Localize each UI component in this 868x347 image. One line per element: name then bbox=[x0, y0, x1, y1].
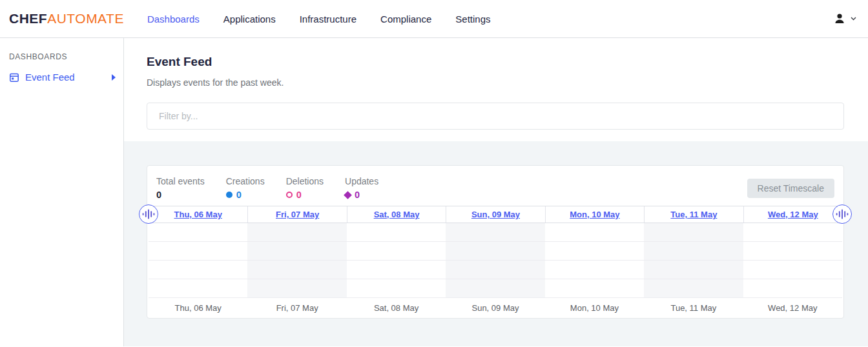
stat-marker-icon bbox=[226, 192, 232, 198]
stat: Deletions 0 bbox=[286, 176, 324, 200]
timeline-footer-label: Tue, 11 May bbox=[644, 298, 743, 317]
date-link[interactable]: Sat, 08 May bbox=[374, 210, 420, 219]
timeline-cell bbox=[644, 242, 743, 261]
stat-label: Deletions bbox=[286, 176, 324, 186]
timeline-header-cell: Mon, 10 May bbox=[545, 206, 644, 223]
chevron-down-icon bbox=[851, 17, 856, 21]
stat-count: 0 bbox=[296, 190, 302, 200]
timeline-cell bbox=[446, 242, 544, 261]
stat-label: Updates bbox=[345, 176, 378, 186]
timeline-cell bbox=[545, 279, 644, 298]
slider-grip-icon bbox=[140, 204, 158, 224]
stat: Total events 0 bbox=[156, 176, 205, 200]
page-header: Event Feed Displays events for the past … bbox=[124, 38, 868, 141]
stat: Updates 0 bbox=[345, 176, 378, 200]
stat-count: 0 bbox=[156, 190, 161, 200]
timeline-cell bbox=[743, 223, 842, 242]
timeline-header-cell: Sun, 09 May bbox=[446, 206, 544, 223]
date-link[interactable]: Fri, 07 May bbox=[276, 210, 319, 219]
reset-timescale-button[interactable]: Reset Timescale bbox=[747, 179, 834, 198]
stat-value: 0 bbox=[156, 190, 205, 200]
nav-item[interactable]: Settings bbox=[455, 14, 490, 25]
timeline-header-cell: Wed, 12 May bbox=[743, 206, 842, 223]
timeline-header-cell: Fri, 07 May bbox=[247, 206, 346, 223]
date-link[interactable]: Wed, 12 May bbox=[768, 210, 818, 219]
date-link[interactable]: Sun, 09 May bbox=[471, 210, 520, 219]
timeline-footer: Thu, 06 May Fri, 07 May Sat, 08 May Sun,… bbox=[149, 298, 842, 317]
timeline-cell bbox=[149, 223, 247, 242]
timeline-header-cell: Tue, 11 May bbox=[644, 206, 743, 223]
stats-group: Total events 0 Creations bbox=[156, 176, 400, 200]
chef-automate-logo[interactable]: CHEF AUTOMATE bbox=[9, 11, 124, 26]
timeline-cell bbox=[347, 261, 446, 279]
timeline-footer-label: Sun, 09 May bbox=[446, 298, 544, 317]
nav-item[interactable]: Applications bbox=[223, 14, 276, 25]
timeline-footer-label: Sat, 08 May bbox=[347, 298, 446, 317]
stat-label: Creations bbox=[226, 176, 265, 186]
timeline-cell bbox=[743, 279, 842, 298]
main-content: Event Feed Displays events for the past … bbox=[124, 38, 868, 346]
user-menu-button[interactable] bbox=[833, 12, 856, 25]
timeline-cell bbox=[247, 261, 346, 279]
main-nav: Dashboards Applications Infrastructure C… bbox=[147, 14, 491, 25]
nav-item[interactable]: Dashboards bbox=[147, 14, 200, 25]
logo-chef: CHEF bbox=[9, 11, 47, 26]
stat-value: 0 bbox=[286, 190, 324, 200]
timeline-day-column bbox=[545, 223, 644, 298]
timeline-footer-label: Mon, 10 May bbox=[545, 298, 644, 317]
timeline-cell bbox=[545, 261, 644, 279]
nav-item[interactable]: Infrastructure bbox=[300, 14, 356, 25]
sidebar: DASHBOARDS Event Feed bbox=[0, 38, 124, 346]
logo-automate: AUTOMATE bbox=[47, 11, 124, 26]
filter-input[interactable] bbox=[147, 103, 844, 130]
sidebar-item-event-feed[interactable]: Event Feed bbox=[9, 72, 116, 83]
chevron-right-icon bbox=[112, 74, 116, 81]
timeline-cell bbox=[644, 223, 743, 242]
timeline-cell bbox=[149, 261, 247, 279]
timeline-day-column bbox=[247, 223, 346, 298]
page-title: Event Feed bbox=[147, 55, 844, 69]
timescale-handle-left[interactable] bbox=[139, 204, 158, 224]
timeline-header-cell: Sat, 08 May bbox=[347, 206, 446, 223]
timeline-cell bbox=[347, 242, 446, 261]
timeline-footer-label: Thu, 06 May bbox=[149, 298, 247, 317]
timeline-cell bbox=[446, 279, 544, 298]
sidebar-item-label: Event Feed bbox=[25, 72, 75, 83]
user-icon bbox=[833, 12, 846, 25]
timeline-cell bbox=[347, 223, 446, 242]
timeline-footer-label: Fri, 07 May bbox=[247, 298, 346, 317]
timeline-cell bbox=[446, 223, 544, 242]
event-feed-section: Total events 0 Creations bbox=[124, 141, 868, 346]
timeline-cell bbox=[247, 223, 346, 242]
date-link[interactable]: Thu, 06 May bbox=[174, 210, 222, 219]
stat: Creations 0 bbox=[226, 176, 265, 200]
timeline-day-column bbox=[149, 223, 247, 298]
calendar-icon bbox=[9, 72, 19, 83]
timeline-cell bbox=[545, 242, 644, 261]
stat-value: 0 bbox=[345, 190, 378, 200]
sidebar-heading: DASHBOARDS bbox=[9, 52, 116, 61]
timeline-footer-label: Wed, 12 May bbox=[743, 298, 842, 317]
date-link[interactable]: Tue, 11 May bbox=[670, 210, 717, 219]
timeline-day-column bbox=[446, 223, 544, 298]
timeline-cell bbox=[743, 261, 842, 279]
nav-item[interactable]: Compliance bbox=[380, 14, 431, 25]
stat-value: 0 bbox=[226, 190, 265, 200]
timeline-cell bbox=[149, 279, 247, 298]
timeline-cell bbox=[247, 242, 346, 261]
timeline-cell bbox=[446, 261, 544, 279]
stat-count: 0 bbox=[355, 190, 360, 200]
timeline-header: Thu, 06 May Fri, 07 May Sat, 08 May bbox=[149, 206, 842, 223]
timeline-cell bbox=[347, 279, 446, 298]
timeline-day-column bbox=[347, 223, 446, 298]
event-feed-card: Total events 0 Creations bbox=[147, 165, 844, 319]
timescale-handle-right[interactable] bbox=[832, 204, 852, 224]
stat-marker-icon bbox=[286, 192, 293, 198]
timeline-day-column bbox=[644, 223, 743, 298]
timeline: Thu, 06 May Fri, 07 May Sat, 08 May bbox=[149, 206, 842, 317]
stats-row: Total events 0 Creations bbox=[147, 166, 843, 200]
timeline-header-cell: Thu, 06 May bbox=[149, 206, 247, 223]
date-link[interactable]: Mon, 10 May bbox=[570, 210, 619, 219]
timeline-cell bbox=[644, 279, 743, 298]
timeline-cell bbox=[644, 261, 743, 279]
